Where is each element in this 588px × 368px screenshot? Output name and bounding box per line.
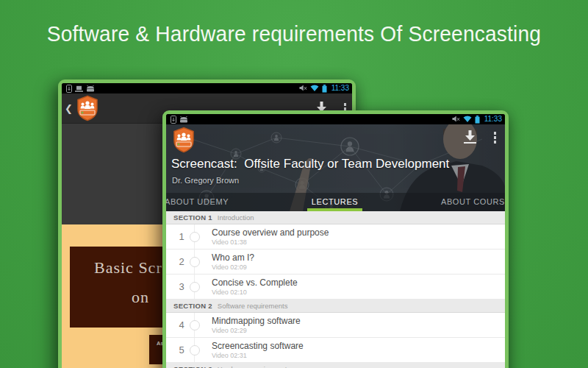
slide-title-line2: on (132, 288, 149, 307)
lecture-number: 2 (175, 256, 188, 267)
usb-debug-icon (66, 85, 72, 93)
progress-circle-icon[interactable] (190, 282, 200, 292)
tab-about-udemy[interactable]: ABOUT UDEMY (166, 193, 232, 211)
android-head-icon (86, 85, 95, 92)
lecture-meta: Video 01:38 (212, 238, 247, 246)
lecture-meta: Video 02:29 (212, 327, 247, 334)
usb-debug-icon (171, 116, 176, 124)
status-time: 11:33 (484, 114, 502, 124)
battery-icon (475, 116, 480, 124)
section-title: Software requirements (218, 302, 288, 310)
lecture-title: Screencasting software (212, 341, 304, 351)
status-time: 11:33 (331, 83, 349, 93)
active-tab-underline (307, 208, 362, 211)
lecture-number: 4 (175, 319, 188, 330)
section-header: SECTION 3Hardware requirements (166, 363, 505, 368)
lecture-title: Mindmapping software (212, 316, 301, 326)
lecture-title: Course overview and purpose (212, 227, 329, 238)
promo-title: Software & Hardware requirements Of Scre… (9, 0, 579, 46)
section-label: SECTION 2 (173, 302, 212, 310)
tab-lectures-label: LECTURES (312, 197, 358, 206)
lecture-row[interactable]: 3Concise vs. CompleteVideo 02:10 (166, 275, 505, 300)
mute-icon (299, 85, 307, 92)
course-header: Screencast: Offsite Faculty or Team Deve… (166, 124, 505, 211)
tab-about-course[interactable]: ABOUT COURSE (438, 193, 505, 211)
lecture-meta: Video 02:10 (212, 289, 247, 296)
lecture-row[interactable]: 1Course overview and purposeVideo 01:38 (166, 224, 505, 250)
promo-banner: Software & Hardware requirements Of Scre… (0, 0, 588, 71)
section-title: Hardware requirements (218, 365, 290, 368)
section-title: Introduction (218, 213, 254, 222)
tab-lectures[interactable]: LECTURES (309, 193, 361, 211)
back-caret-icon[interactable]: ❮ (65, 103, 73, 114)
section-label: SECTION 3 (173, 365, 212, 368)
download-icon[interactable] (464, 130, 476, 144)
progress-circle-icon[interactable] (190, 257, 200, 267)
battery-icon (322, 85, 327, 93)
wifi-icon (463, 116, 472, 123)
udemy-logo-icon[interactable] (74, 95, 101, 121)
lecture-title: Who am I? (212, 252, 254, 263)
front-tablet-frame: 11:33 (162, 110, 509, 368)
progress-circle-icon[interactable] (190, 232, 200, 242)
lecture-row[interactable]: 5Screencasting softwareVideo 02:31 (166, 338, 505, 363)
lecture-number: 5 (175, 344, 188, 355)
course-title: Screencast: Offsite Faculty or Team Deve… (171, 157, 449, 171)
lecture-row[interactable]: 2Who am I?Video 02:09 (166, 250, 505, 275)
mute-icon (452, 116, 460, 123)
lecture-list: SECTION 1Introduction1Course overview an… (166, 211, 505, 368)
android-head-icon (179, 116, 188, 123)
progress-circle-icon[interactable] (190, 345, 200, 355)
lecture-number: 1 (175, 231, 188, 242)
front-tablet-screen: 11:33 (166, 114, 505, 368)
lecture-meta: Video 02:09 (212, 263, 247, 271)
wifi-icon (310, 85, 319, 92)
tab-bar: ABOUT UDEMY LECTURES ABOUT COURSE (166, 193, 505, 211)
lecture-meta: Video 02:31 (212, 352, 247, 359)
lecture-row[interactable]: 4Mindmapping softwareVideo 02:29 (166, 313, 505, 338)
udemy-logo-icon[interactable] (171, 127, 197, 153)
section-header: SECTION 2Software requirements (166, 300, 505, 313)
course-instructor: Dr. Gregory Brown (172, 176, 239, 185)
progress-circle-icon[interactable] (190, 320, 200, 330)
overflow-menu-icon[interactable] (494, 130, 497, 144)
lecture-title: Concise vs. Complete (212, 277, 298, 288)
section-label: SECTION 1 (173, 213, 212, 222)
lecture-number: 3 (175, 281, 188, 292)
section-header: SECTION 1Introduction (166, 211, 505, 224)
laptop-icon (75, 85, 83, 92)
front-status-bar: 11:33 (166, 114, 505, 124)
back-status-bar: 11:33 (62, 83, 352, 93)
